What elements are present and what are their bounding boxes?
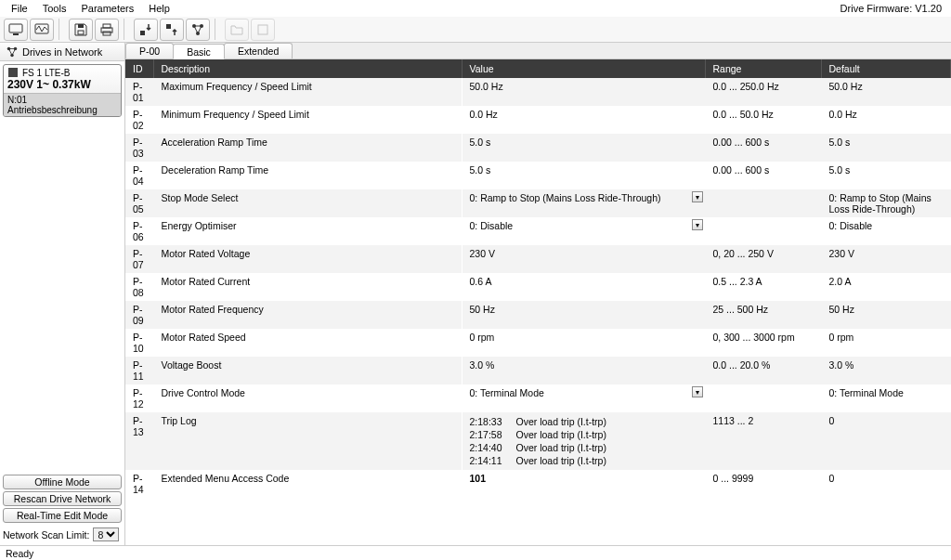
status-bar: Ready: [0, 545, 951, 560]
param-default: 0: [821, 470, 951, 498]
param-value: 0.6 A: [470, 276, 492, 287]
download-to-drive-icon: [138, 22, 153, 37]
table-row[interactable]: P-04Deceleration Ramp Time5.0 s0.00 ... …: [125, 162, 951, 189]
param-value-cell[interactable]: 0.0 Hz: [462, 106, 705, 134]
toolbar-monitor-btn[interactable]: [4, 19, 28, 41]
menu-tools[interactable]: Tools: [35, 1, 74, 16]
param-value-cell[interactable]: 0: Ramp to Stop (Mains Loss Ride-Through…: [462, 189, 705, 217]
col-header-default[interactable]: Default: [821, 59, 951, 78]
table-row[interactable]: P-13Trip Log2:18:33Over load trip (I.t-t…: [125, 412, 951, 470]
drives-network-icon: [6, 46, 19, 59]
table-row[interactable]: P-12Drive Control Mode0: Terminal Mode▾0…: [125, 384, 951, 412]
scan-limit-select[interactable]: 8: [93, 527, 119, 541]
dropdown-arrow-icon[interactable]: ▾: [692, 219, 703, 230]
menu-parameters[interactable]: Parameters: [73, 1, 141, 16]
table-row[interactable]: P-14Extended Menu Access Code1010 ... 99…: [125, 470, 951, 498]
rescan-network-button[interactable]: Rescan Drive Network: [3, 491, 122, 506]
param-default: 2.0 A: [821, 273, 951, 301]
param-value-cell[interactable]: 50.0 Hz: [462, 78, 705, 106]
param-value-cell[interactable]: 0: Terminal Mode▾: [462, 384, 705, 412]
param-description: Motor Rated Speed: [153, 329, 462, 357]
table-row[interactable]: P-06Energy Optimiser0: Disable▾0: Disabl…: [125, 217, 951, 245]
toolbar-save-btn[interactable]: [69, 19, 93, 41]
table-row[interactable]: P-05Stop Mode Select0: Ramp to Stop (Mai…: [125, 189, 951, 217]
param-range: 0.0 ... 250.0 Hz: [705, 78, 821, 106]
param-value: 230 V: [470, 248, 495, 259]
toolbar-separator: [215, 19, 220, 40]
param-value-cell[interactable]: 2:18:33Over load trip (I.t-trp)2:17:58Ov…: [462, 412, 705, 470]
col-header-id[interactable]: ID: [125, 59, 153, 78]
param-default: 0: Terminal Mode: [821, 384, 951, 412]
param-value-cell[interactable]: 5.0 s: [462, 134, 705, 162]
param-id: P-10: [125, 329, 153, 357]
param-range: 0, 20 ... 250 V: [705, 245, 821, 273]
param-value-cell[interactable]: 50 Hz: [462, 301, 705, 329]
param-description: Motor Rated Frequency: [153, 301, 462, 329]
scan-limit-label: Network Scan Limit:: [3, 529, 89, 540]
drive-line3: N:01 Antriebsbeschreibung: [4, 93, 121, 116]
param-id: P-08: [125, 273, 153, 301]
param-value-cell[interactable]: 101: [462, 470, 705, 498]
toolbar-network-btn[interactable]: [186, 19, 210, 41]
param-value-cell[interactable]: 230 V: [462, 245, 705, 273]
tab-basic[interactable]: Basic: [173, 44, 225, 59]
tab-p00[interactable]: P-00: [125, 43, 174, 59]
toolbar-scope-btn[interactable]: [30, 19, 54, 41]
col-header-range[interactable]: Range: [705, 59, 821, 78]
svg-rect-3: [78, 31, 84, 34]
realtime-edit-button[interactable]: Real-Time Edit Mode: [3, 508, 122, 523]
table-row[interactable]: P-10Motor Rated Speed0 rpm0, 300 ... 300…: [125, 329, 951, 357]
table-row[interactable]: P-01Maximum Frequency / Speed Limit50.0 …: [125, 78, 951, 106]
param-default: 0 rpm: [821, 329, 951, 357]
param-description: Minimum Frequency / Speed Limit: [153, 106, 462, 134]
tab-bar: P-00 Basic Extended: [125, 43, 951, 59]
toolbar-download-btn[interactable]: [134, 19, 158, 41]
param-default: 50.0 Hz: [821, 78, 951, 106]
param-default: 0: Disable: [821, 217, 951, 245]
table-row[interactable]: P-11Voltage Boost3.0 %0.0 ... 20.0 %3.0 …: [125, 357, 951, 384]
param-value: 0: Terminal Mode: [470, 387, 544, 398]
menu-help[interactable]: Help: [141, 1, 177, 16]
firmware-label: Drive Firmware: V1.20: [840, 3, 947, 14]
param-value-cell[interactable]: 5.0 s: [462, 162, 705, 189]
table-row[interactable]: P-08Motor Rated Current0.6 A0.5 ... 2.3 …: [125, 273, 951, 301]
tab-extended[interactable]: Extended: [224, 43, 293, 59]
scan-limit-row: Network Scan Limit: 8: [0, 526, 124, 545]
svg-rect-5: [103, 24, 111, 28]
dropdown-arrow-icon[interactable]: ▾: [692, 191, 703, 202]
table-row[interactable]: P-07Motor Rated Voltage230 V0, 20 ... 25…: [125, 245, 951, 273]
table-row[interactable]: P-02Minimum Frequency / Speed Limit0.0 H…: [125, 106, 951, 134]
param-id: P-13: [125, 412, 153, 470]
param-default: 50 Hz: [821, 301, 951, 329]
col-header-value[interactable]: Value: [462, 59, 705, 78]
toolbar-upload-btn[interactable]: [160, 19, 184, 41]
drive-line1: FS 1 LTE-B: [22, 68, 71, 78]
trip-log-lines: 2:18:33Over load trip (I.t-trp)2:17:58Ov…: [470, 415, 697, 467]
drive-card[interactable]: FS 1 LTE-B 230V 1~ 0.37kW N:01 Antriebsb…: [3, 64, 122, 117]
param-value-cell[interactable]: 0 rpm: [462, 329, 705, 357]
left-buttons: Offline Mode Rescan Drive Network Real-T…: [0, 472, 124, 526]
offline-mode-button[interactable]: Offline Mode: [3, 475, 122, 489]
col-header-description[interactable]: Description: [153, 59, 462, 78]
table-row[interactable]: P-09Motor Rated Frequency50 Hz25 ... 500…: [125, 301, 951, 329]
menu-bar: File Tools Parameters Help Drive Firmwar…: [0, 0, 951, 17]
param-value-cell[interactable]: 0: Disable▾: [462, 217, 705, 245]
print-icon: [99, 22, 114, 37]
svg-rect-0: [9, 24, 22, 33]
toolbar: [0, 17, 951, 43]
param-value: 50 Hz: [470, 304, 495, 315]
parameter-table-wrap[interactable]: ID Description Value Range Default P-01M…: [125, 59, 951, 545]
param-default: 0: [821, 412, 951, 470]
table-row[interactable]: P-03Acceleration Ramp Time5.0 s0.00 ... …: [125, 134, 951, 162]
param-range: 0.0 ... 50.0 Hz: [705, 106, 821, 134]
param-value-cell[interactable]: 0.6 A: [462, 273, 705, 301]
param-value-cell[interactable]: 3.0 %: [462, 357, 705, 384]
toolbar-print-btn[interactable]: [95, 19, 119, 41]
open-icon: [229, 22, 244, 37]
menu-file[interactable]: File: [4, 1, 35, 16]
param-default: 5.0 s: [821, 162, 951, 189]
param-range: 25 ... 500 Hz: [705, 301, 821, 329]
param-description: Maximum Frequency / Speed Limit: [153, 78, 462, 106]
param-id: P-14: [125, 470, 153, 498]
dropdown-arrow-icon[interactable]: ▾: [692, 386, 703, 397]
